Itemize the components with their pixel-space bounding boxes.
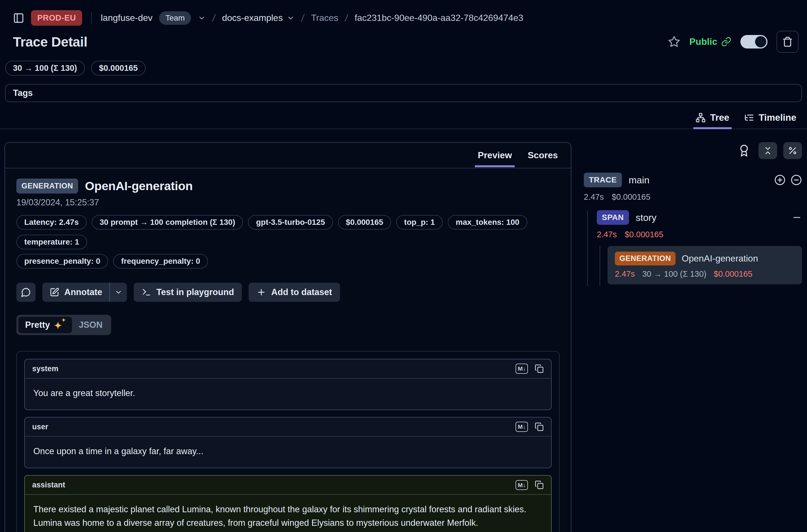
trace-cost: $0.000165 — [612, 192, 651, 202]
assistant-paragraph: There existed a majestic planet called L… — [33, 503, 543, 530]
tree-node-span[interactable]: SPAN story — [597, 210, 802, 225]
span-latency: 2.47s — [597, 230, 617, 239]
chevrons-down-up-icon — [763, 146, 773, 155]
markdown-toggle-icon[interactable]: M↓ — [515, 422, 528, 432]
copy-icon[interactable] — [535, 364, 544, 373]
breadcrumb-slash: / — [212, 12, 216, 24]
trace-type-badge: TRACE — [584, 173, 622, 187]
message-tools: M↓ — [515, 480, 544, 490]
tree-icon — [696, 113, 706, 123]
collapse-all-button[interactable] — [758, 142, 777, 159]
message-tools: M↓ — [515, 422, 544, 432]
chevron-down-icon[interactable] — [198, 14, 206, 22]
observation-card: Preview Scores GENERATION OpenAI-generat… — [4, 142, 571, 532]
test-in-playground-button[interactable]: Test in playground — [134, 283, 242, 302]
tab-tree[interactable]: Tree — [691, 110, 734, 129]
tab-preview[interactable]: Preview — [471, 143, 519, 168]
edit-icon — [50, 287, 59, 297]
message-content: Once upon a time in a galaxy far, far aw… — [25, 437, 551, 468]
generation-meta-badges-row1: Latency: 2.47s 30 prompt → 100 completio… — [16, 215, 560, 249]
messages-container: system M↓ You are a great storyteller. u… — [16, 351, 560, 532]
presence-penalty-badge: presence_penalty: 0 — [16, 254, 108, 268]
toggle-knob — [755, 36, 766, 48]
observation-body: GENERATION OpenAI-generation 19/03/2024,… — [5, 168, 571, 532]
breadcrumb-slash: / — [344, 12, 349, 24]
tab-timeline[interactable]: Timeline — [739, 110, 801, 129]
generation-token-usage: 30 → 100 (Σ 130) — [642, 269, 707, 279]
annotate-split-button: Annotate — [42, 283, 127, 302]
chevron-down-icon[interactable] — [287, 14, 295, 22]
collapse-node-icon[interactable] — [792, 212, 802, 223]
token-usage-badge: 30 prompt → 100 completion (Σ 130) — [92, 215, 243, 230]
percent-icon — [788, 146, 797, 155]
frequency-penalty-badge: frequency_penalty: 0 — [113, 254, 208, 268]
format-json-chip[interactable]: JSON — [72, 317, 109, 333]
message-assistant: assistant M↓ There existed a majestic pl… — [24, 475, 552, 532]
breadcrumb-trace-id: fac231bc-90ee-490a-aa32-78c4269474e3 — [355, 13, 523, 23]
trace-name: main — [629, 175, 650, 186]
main-content: Preview Scores GENERATION OpenAI-generat… — [0, 129, 807, 532]
message-header: user M↓ — [25, 417, 551, 437]
trace-cost-badge: $0.000165 — [91, 61, 146, 76]
circle-minus-icon[interactable] — [791, 174, 802, 186]
trace-badges-row: 30 → 100 (Σ 130) $0.000165 — [0, 53, 807, 76]
span-type-badge: SPAN — [597, 210, 629, 225]
generation-cost: $0.000165 — [714, 269, 752, 279]
span-metrics: 2.47s $0.000165 — [597, 230, 802, 239]
sidebar-toggle-icon[interactable] — [13, 13, 24, 24]
span-cost: $0.000165 — [625, 230, 663, 239]
breadcrumb-org[interactable]: langfuse-dev — [101, 13, 152, 23]
circle-plus-icon[interactable] — [774, 174, 786, 186]
breadcrumb: PROD-EU langfuse-dev Team / docs-example… — [0, 0, 807, 26]
markdown-toggle-icon[interactable]: M↓ — [515, 364, 528, 374]
message-user: user M↓ Once upon a time in a galaxy far… — [24, 417, 552, 468]
chevron-down-icon — [115, 288, 123, 296]
delete-trace-button[interactable] — [776, 31, 799, 53]
breadcrumb-project[interactable]: docs-examples — [222, 13, 295, 23]
tree-zoom-controls — [774, 174, 802, 186]
star-icon[interactable] — [668, 36, 680, 48]
copy-icon[interactable] — [535, 422, 544, 431]
breadcrumb-divider — [91, 12, 92, 24]
annotate-button[interactable]: Annotate — [42, 283, 110, 302]
generation-header: GENERATION OpenAI-generation — [16, 178, 560, 193]
model-badge: gpt-3.5-turbo-0125 — [248, 215, 333, 230]
message-role: user — [32, 422, 48, 431]
public-toggle[interactable] — [740, 35, 768, 49]
span-name: story — [636, 212, 657, 223]
trace-children: SPAN story 2.47s $0.000165 GENERATION Op… — [587, 210, 802, 286]
markdown-toggle-icon[interactable]: M↓ — [515, 480, 528, 490]
breadcrumb-section[interactable]: Traces — [311, 13, 338, 23]
award-icon[interactable] — [737, 144, 751, 157]
add-to-dataset-button[interactable]: Add to dataset — [249, 283, 340, 302]
copy-icon[interactable] — [535, 480, 544, 489]
tags-label: Tags — [13, 88, 33, 98]
generation-title: OpenAI-generation — [85, 179, 193, 193]
format-pretty-chip[interactable]: Pretty ✦✦ — [18, 317, 72, 333]
percent-metrics-button[interactable] — [783, 142, 802, 159]
public-link[interactable]: Public — [689, 36, 731, 47]
latency-badge: Latency: 2.47s — [16, 215, 87, 230]
annotate-dropdown-button[interactable] — [110, 283, 127, 302]
terminal-icon — [142, 287, 151, 297]
page-header: Trace Detail Public — [0, 26, 807, 53]
message-tools: M↓ — [515, 364, 544, 374]
trace-token-usage-badge: 30 → 100 (Σ 130) — [5, 61, 85, 76]
tree-node-generation-selected[interactable]: GENERATION OpenAI-generation 2.47s 30 → … — [607, 246, 802, 284]
link-icon — [721, 37, 731, 47]
tree-toolbar — [584, 142, 802, 159]
generation-metrics: 2.47s 30 → 100 (Σ 130) $0.000165 — [615, 269, 794, 279]
tree-node-trace[interactable]: TRACE main — [584, 173, 802, 187]
trace-latency: 2.47s — [584, 192, 604, 202]
comment-button[interactable] — [16, 283, 36, 302]
top-p-badge: top_p: 1 — [396, 215, 443, 230]
tags-input[interactable]: Tags — [5, 84, 802, 102]
panel-tabs: Preview Scores — [5, 143, 571, 168]
page-title: Trace Detail — [13, 34, 87, 50]
span-children: GENERATION OpenAI-generation 2.47s 30 → … — [600, 246, 802, 286]
view-tabs: Tree Timeline — [0, 102, 807, 129]
sparkles-icon: ✦✦ — [54, 319, 65, 330]
comment-icon — [21, 287, 31, 297]
timeline-icon — [744, 113, 754, 123]
tab-scores[interactable]: Scores — [521, 143, 565, 168]
